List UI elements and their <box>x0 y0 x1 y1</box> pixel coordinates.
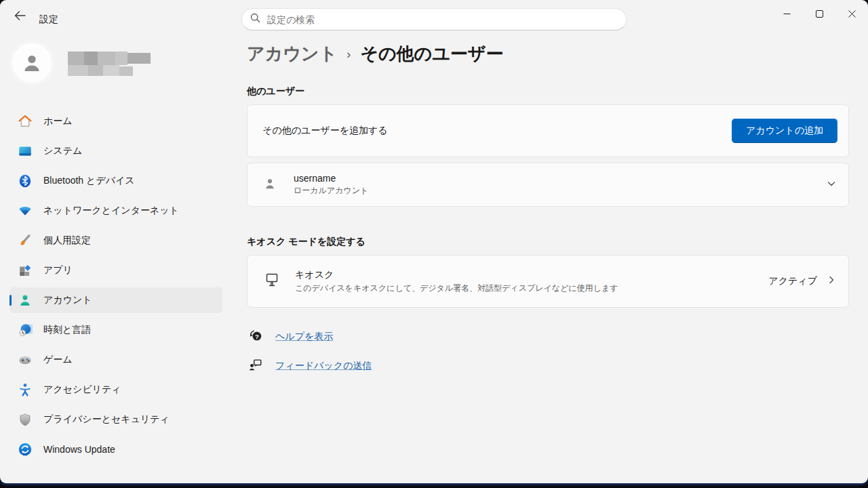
user-account-row[interactable]: username ローカルアカウント <box>247 163 849 207</box>
sidebar: ホーム システム Bluetooth とデバイス ネットワークとインターネット <box>0 33 236 483</box>
sidebar-item-home[interactable]: ホーム <box>9 108 222 134</box>
sidebar-item-network[interactable]: ネットワークとインターネット <box>9 198 222 224</box>
sidebar-item-label: アプリ <box>43 264 73 277</box>
add-user-label: その他のユーザーを追加する <box>262 125 388 137</box>
close-button[interactable] <box>835 1 868 26</box>
time-language-icon <box>18 323 33 338</box>
accounts-icon <box>18 293 33 308</box>
feedback-row: フィードバックの送信 <box>248 357 372 375</box>
get-help-row: ? ヘルプを表示 <box>248 328 372 346</box>
user-person-icon <box>262 176 277 194</box>
accessibility-icon <box>18 382 33 397</box>
user-name: username <box>294 173 368 184</box>
sidebar-item-windows-update[interactable]: Windows Update <box>9 436 222 462</box>
sidebar-item-label: プライバシーとセキュリティ <box>43 413 170 426</box>
user-profile-block[interactable] <box>12 43 151 83</box>
sidebar-item-label: 個人用設定 <box>43 235 91 247</box>
svg-text:?: ? <box>255 333 259 340</box>
sidebar-item-personalization[interactable]: 個人用設定 <box>9 228 222 253</box>
sidebar-item-label: アカウント <box>43 294 92 306</box>
kiosk-status: アクティブ <box>768 275 817 287</box>
breadcrumb-accounts[interactable]: アカウント <box>247 42 337 66</box>
kiosk-title: キオスク <box>295 269 618 281</box>
redacted-username <box>68 50 151 76</box>
network-wifi-icon <box>18 203 33 218</box>
person-icon <box>20 52 43 75</box>
sidebar-item-label: Bluetooth とデバイス <box>43 175 135 187</box>
kiosk-icon <box>264 272 280 291</box>
sidebar-item-gaming[interactable]: ゲーム <box>9 347 222 373</box>
add-account-button[interactable]: アカウントの追加 <box>732 119 837 143</box>
sidebar-item-accessibility[interactable]: アクセシビリティ <box>9 377 222 403</box>
paintbrush-icon <box>18 233 33 248</box>
main-content: アカウント › その他のユーザー 他のユーザー その他のユーザーを追加する アカ… <box>247 33 868 483</box>
feedback-icon <box>248 357 263 375</box>
sidebar-item-apps[interactable]: アプリ <box>9 258 222 283</box>
sidebar-nav: ホーム システム Bluetooth とデバイス ネットワークとインターネット <box>0 108 232 466</box>
section-heading-other-users: 他のユーザー <box>247 85 304 98</box>
sidebar-item-label: ホーム <box>43 115 73 127</box>
breadcrumb: アカウント › その他のユーザー <box>247 42 503 66</box>
search-icon <box>250 13 260 26</box>
send-feedback-link[interactable]: フィードバックの送信 <box>275 360 372 372</box>
avatar <box>12 43 52 83</box>
home-icon <box>18 114 33 129</box>
chevron-right-icon <box>827 275 836 287</box>
bluetooth-icon <box>18 174 33 188</box>
section-heading-kiosk: キオスク モードを設定する <box>247 236 366 248</box>
apps-icon <box>18 263 33 278</box>
sidebar-item-accounts[interactable]: アカウント <box>9 287 222 313</box>
back-button[interactable] <box>7 5 33 27</box>
titlebar: 設定 <box>0 0 868 33</box>
chevron-down-icon <box>827 179 836 191</box>
maximize-button[interactable] <box>803 1 835 26</box>
add-user-row: その他のユーザーを追加する アカウントの追加 <box>247 104 849 157</box>
help-links: ? ヘルプを表示 フィードバックの送信 <box>248 328 372 386</box>
window-controls <box>770 1 868 26</box>
sidebar-item-label: ゲーム <box>43 354 73 366</box>
sidebar-item-bluetooth[interactable]: Bluetooth とデバイス <box>9 168 222 194</box>
system-icon <box>18 144 33 159</box>
update-icon <box>18 442 33 457</box>
search-box <box>241 8 627 30</box>
kiosk-description: このデバイスをキオスクにして、デジタル署名、対話型ディスプレイなどに使用します <box>295 283 618 294</box>
gamepad-icon <box>18 352 33 367</box>
sidebar-item-privacy[interactable]: プライバシーとセキュリティ <box>9 407 222 432</box>
close-icon <box>848 10 856 18</box>
help-icon: ? <box>248 328 263 346</box>
get-help-link[interactable]: ヘルプを表示 <box>275 331 333 343</box>
app-title: 設定 <box>39 14 58 26</box>
sidebar-item-label: Windows Update <box>43 444 115 455</box>
user-account-type: ローカルアカウント <box>294 185 368 197</box>
breadcrumb-separator-icon: › <box>347 47 351 62</box>
minimize-button[interactable] <box>770 1 803 26</box>
sidebar-item-label: ネットワークとインターネット <box>43 205 179 217</box>
kiosk-row[interactable]: キオスク このデバイスをキオスクにして、デジタル署名、対話型ディスプレイなどに使… <box>247 255 849 308</box>
settings-window: 設定 <box>0 0 868 483</box>
minimize-icon <box>783 10 791 18</box>
maximize-icon <box>816 10 823 18</box>
sidebar-item-label: 時刻と言語 <box>43 324 91 336</box>
page-title: その他のユーザー <box>360 42 503 66</box>
sidebar-item-system[interactable]: システム <box>9 138 222 164</box>
shield-icon <box>18 412 33 427</box>
sidebar-item-label: システム <box>43 145 82 157</box>
back-arrow-icon <box>14 11 26 22</box>
sidebar-item-time-language[interactable]: 時刻と言語 <box>9 317 222 343</box>
sidebar-item-label: アクセシビリティ <box>43 384 121 396</box>
search-input[interactable] <box>267 14 618 25</box>
